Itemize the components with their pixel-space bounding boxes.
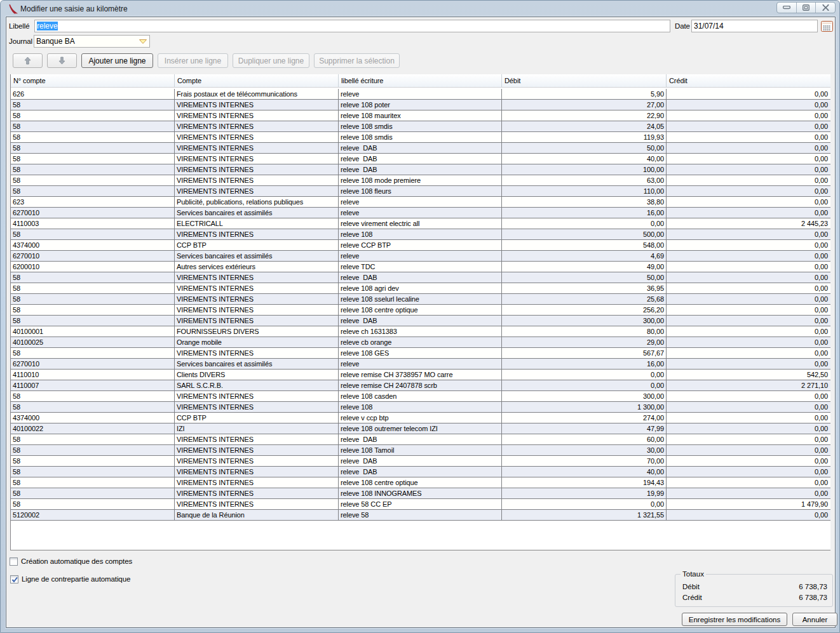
cell-credit[interactable]: 0,00 — [667, 121, 830, 131]
cell-debit[interactable]: 100,00 — [502, 164, 667, 175]
journal-combobox[interactable]: Banque BA — [34, 35, 150, 48]
cell-debit[interactable]: 567,67 — [502, 348, 667, 358]
cell-account-name[interactable]: VIREMENTS INTERNES — [175, 272, 339, 283]
cell-credit[interactable]: 0,00 — [667, 110, 830, 121]
cell-account-name[interactable]: FOURNISSEURS DIVERS — [175, 326, 339, 336]
cell-account-name[interactable]: VIREMENTS INTERNES — [175, 445, 339, 455]
cell-debit[interactable]: 47,99 — [502, 423, 667, 434]
cell-credit[interactable]: 0,00 — [667, 272, 830, 283]
cell-entry-label[interactable]: releve — [339, 208, 502, 218]
cell-entry-label[interactable]: releve 108 mode premiere — [339, 175, 502, 185]
cell-entry-label[interactable]: releve 108 — [339, 229, 502, 239]
table-row[interactable]: 40100001FOURNISSEURS DIVERSreleve ch 163… — [11, 326, 830, 337]
table-row[interactable]: 58VIREMENTS INTERNESreleve DAB40,000,00 — [11, 467, 830, 477]
cell-credit[interactable]: 0,00 — [667, 434, 830, 444]
cell-debit[interactable]: 27,00 — [502, 100, 667, 110]
cell-account-name[interactable]: CCP BTP — [175, 240, 339, 250]
cell-debit[interactable]: 50,00 — [502, 143, 667, 153]
cell-entry-label[interactable]: releve virement electric all — [339, 218, 502, 229]
cell-credit[interactable]: 0,00 — [667, 154, 830, 164]
move-up-button[interactable] — [13, 53, 43, 68]
cell-entry-label[interactable]: releve remise CH 3738957 MO carre — [339, 370, 502, 380]
cell-debit[interactable]: 300,00 — [502, 391, 667, 401]
cell-account-name[interactable]: Services bancaires et assimilés — [175, 359, 339, 369]
table-row[interactable]: 58VIREMENTS INTERNESreleve 108 sselurl l… — [11, 294, 830, 305]
cell-debit[interactable]: 38,80 — [502, 197, 667, 207]
delete-selection-button[interactable]: Supprimer la sélection — [314, 53, 400, 68]
table-row[interactable]: 6270010Services bancaires et assimilésre… — [11, 208, 830, 218]
cell-account-name[interactable]: VIREMENTS INTERNES — [175, 499, 339, 509]
cell-account[interactable]: 58 — [11, 283, 175, 293]
cell-account-name[interactable]: VIREMENTS INTERNES — [175, 175, 339, 185]
cell-credit[interactable]: 0,00 — [667, 240, 830, 250]
cell-credit[interactable]: 0,00 — [667, 175, 830, 185]
cell-account-name[interactable]: VIREMENTS INTERNES — [175, 229, 339, 239]
cell-account-name[interactable]: VIREMENTS INTERNES — [175, 110, 339, 121]
cell-debit[interactable]: 500,00 — [502, 229, 667, 239]
cell-credit[interactable]: 0,00 — [667, 359, 830, 369]
cell-entry-label[interactable]: releve remise CH 2407878 scrb — [339, 380, 502, 390]
table-row[interactable]: 58VIREMENTS INTERNESreleve 108 mauritex2… — [11, 110, 830, 121]
table-row[interactable]: 58VIREMENTS INTERNESreleve DAB300,000,00 — [11, 316, 830, 326]
cell-debit[interactable]: 70,00 — [502, 456, 667, 466]
cell-account-name[interactable]: VIREMENTS INTERNES — [175, 456, 339, 466]
cell-account-name[interactable]: VIREMENTS INTERNES — [175, 132, 339, 142]
cell-credit[interactable]: 0,00 — [667, 100, 830, 110]
cell-credit[interactable]: 2 445,23 — [667, 218, 830, 229]
cell-account[interactable]: 4374000 — [11, 413, 175, 423]
table-row[interactable]: 58VIREMENTS INTERNESreleve DAB40,000,00 — [11, 154, 830, 164]
cell-account[interactable]: 58 — [11, 445, 175, 455]
cell-credit[interactable]: 0,00 — [667, 348, 830, 358]
cell-account[interactable]: 626 — [11, 89, 175, 99]
table-row[interactable]: 58VIREMENTS INTERNESreleve 108 fleurs110… — [11, 186, 830, 197]
cell-debit[interactable]: 16,00 — [502, 208, 667, 218]
cell-debit[interactable]: 16,00 — [502, 359, 667, 369]
cell-entry-label[interactable]: releve DAB — [339, 272, 502, 283]
cell-account[interactable]: 58 — [11, 305, 175, 315]
table-row[interactable]: 58VIREMENTS INTERNESreleve 108 mode prem… — [11, 175, 830, 186]
cell-debit[interactable]: 40,00 — [502, 467, 667, 477]
cell-entry-label[interactable]: releve 108 centre optique — [339, 305, 502, 315]
cell-credit[interactable]: 0,00 — [667, 208, 830, 218]
cell-account[interactable]: 58 — [11, 467, 175, 477]
cell-credit[interactable]: 0,00 — [667, 391, 830, 401]
cell-entry-label[interactable]: releve 108 outremer telecom IZI — [339, 423, 502, 434]
cell-debit[interactable]: 300,00 — [502, 316, 667, 326]
cell-account[interactable]: 58 — [11, 316, 175, 326]
cell-account-name[interactable]: VIREMENTS INTERNES — [175, 488, 339, 498]
cell-debit[interactable]: 1 300,00 — [502, 402, 667, 412]
cell-account-name[interactable]: Banque de la Réunion — [175, 510, 339, 520]
column-header-2[interactable]: libellé écriture — [339, 74, 502, 87]
cancel-button[interactable]: Annuler — [792, 613, 837, 626]
cell-account[interactable]: 58 — [11, 434, 175, 444]
cell-account-name[interactable]: VIREMENTS INTERNES — [175, 467, 339, 477]
date-input[interactable]: 31/07/14 — [691, 20, 818, 32]
cell-account[interactable]: 58 — [11, 110, 175, 121]
cell-credit[interactable]: 0,00 — [667, 413, 830, 423]
cell-credit[interactable]: 0,00 — [667, 402, 830, 412]
cell-account[interactable]: 58 — [11, 132, 175, 142]
cell-debit[interactable]: 80,00 — [502, 326, 667, 336]
cell-account-name[interactable]: VIREMENTS INTERNES — [175, 391, 339, 401]
table-row[interactable]: 623Publicité, publications, relations pu… — [11, 197, 830, 208]
table-row[interactable]: 58VIREMENTS INTERNESreleve 108 centre op… — [11, 477, 830, 488]
cell-account-name[interactable]: VIREMENTS INTERNES — [175, 283, 339, 293]
cell-debit[interactable]: 0,00 — [502, 499, 667, 509]
save-button[interactable]: Enregistrer les modifications — [682, 613, 787, 626]
insert-line-button[interactable]: Insérer une ligne — [158, 53, 228, 68]
cell-entry-label[interactable]: releve DAB — [339, 316, 502, 326]
cell-debit[interactable]: 194,43 — [502, 477, 667, 488]
auto-counterpart-checkbox[interactable] — [10, 575, 18, 583]
cell-account[interactable]: 58 — [11, 186, 175, 196]
cell-credit[interactable]: 0,00 — [667, 229, 830, 239]
table-row[interactable]: 6200010Autres services extérieursreleve … — [11, 262, 830, 272]
cell-credit[interactable]: 0,00 — [667, 456, 830, 466]
cell-credit[interactable]: 0,00 — [667, 467, 830, 477]
cell-credit[interactable]: 2 271,10 — [667, 380, 830, 390]
table-row[interactable]: 58VIREMENTS INTERNESreleve 1081 300,000,… — [11, 402, 830, 413]
cell-debit[interactable]: 40,00 — [502, 154, 667, 164]
cell-entry-label[interactable]: releve v ccp btp — [339, 413, 502, 423]
cell-account[interactable]: 58 — [11, 100, 175, 110]
cell-account[interactable]: 58 — [11, 348, 175, 358]
table-row[interactable]: 58VIREMENTS INTERNESreleve 58 CC EP0,001… — [11, 499, 830, 510]
